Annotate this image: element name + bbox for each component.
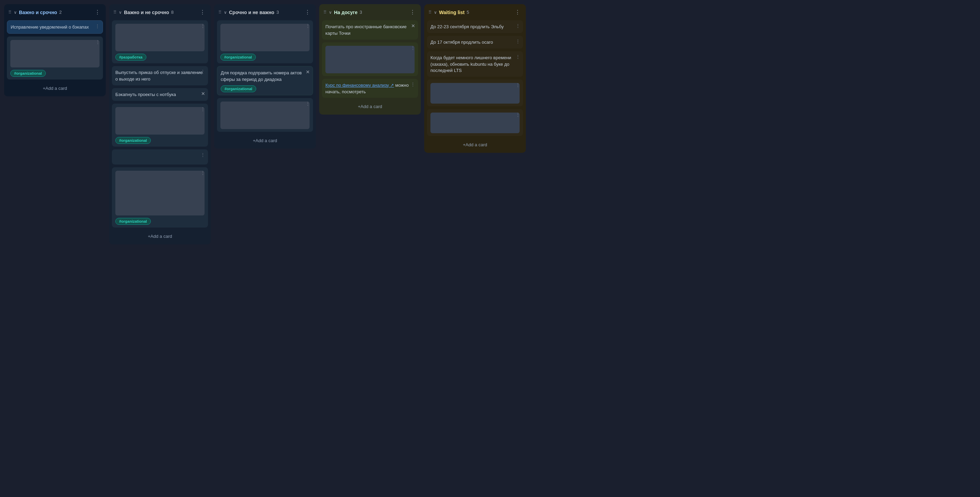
tag-org-1-5: #organizational: [115, 218, 151, 225]
tag-org-1-3: #organizational: [115, 137, 151, 144]
column-header-1: ⠿ ∨ Важно и не срочно 8 ⋮: [112, 8, 208, 17]
board: ⠿ ∨ Важно и срочно 2 ⋮ ⋮ Исправление уве…: [0, 0, 980, 497]
card-1-1[interactable]: ⋮ Выпустить приказ об отпуске и заявлени…: [112, 66, 208, 85]
column-title-4: Waiting list: [439, 10, 465, 15]
card-more-1-1[interactable]: ⋮: [200, 69, 205, 75]
card-link-3-2[interactable]: Курс по финансовому анализу ↗: [325, 83, 394, 88]
card-more-0-1[interactable]: ⋮: [95, 39, 100, 45]
column-count-1: 8: [171, 10, 173, 15]
card-3-1[interactable]: ⋮: [322, 42, 418, 76]
card-image-3-1: [325, 46, 415, 73]
card-text-1-1: Выпустить приказ об отпуске и заявление …: [115, 70, 205, 83]
card-4-1[interactable]: ⋮ До 17 октября продлить осаго: [427, 36, 523, 49]
card-image-2-0: [220, 24, 310, 51]
card-3-2[interactable]: ⋮ Курс по финансовому анализу ↗ можно на…: [322, 79, 418, 98]
tag-org-2-0: #organizational: [220, 54, 256, 60]
tag-dev-1-0: #разработка: [115, 54, 146, 60]
column-3: ⠿ ∨ На досуге 3 ⋮ ✕ Почитать про иностра…: [319, 4, 421, 114]
add-card-btn-3[interactable]: +Add a card: [322, 101, 418, 112]
column-title-2: Срочно и не важно: [229, 10, 274, 15]
drag-handle-3[interactable]: ⠿: [323, 10, 327, 15]
card-3-0[interactable]: ✕ Почитать про иностранные банковские ка…: [322, 20, 418, 40]
card-1-5[interactable]: ⋮ #organizational: [112, 167, 208, 227]
column-2: ⠿ ∨ Срочно и не важно 3 ⋮ ⋮ #organizatio…: [214, 4, 316, 149]
card-text-4-0: До 22-23 сентября продлить Эльбу: [430, 24, 520, 30]
card-image-1-0: [115, 24, 205, 51]
card-more-1-0[interactable]: ⋮: [200, 23, 205, 29]
card-0-1[interactable]: ⋮ #organizational: [7, 37, 103, 79]
card-1-3[interactable]: ⋮ #organizational: [112, 103, 208, 147]
card-more-4-1[interactable]: ⋮: [515, 38, 520, 44]
card-more-2-0[interactable]: ⋮: [305, 23, 310, 29]
column-menu-4[interactable]: ⋮: [514, 8, 522, 16]
column-count-0: 2: [59, 10, 62, 15]
chevron-4[interactable]: ∨: [434, 10, 437, 15]
column-0: ⠿ ∨ Важно и срочно 2 ⋮ ⋮ Исправление уве…: [4, 4, 106, 96]
card-text-0-0: Исправление уведомлений о бэкапах: [11, 24, 99, 31]
column-title-1: Важно и не срочно: [124, 10, 169, 15]
drag-handle-2[interactable]: ⠿: [218, 10, 222, 15]
card-more-4-3[interactable]: ⋮: [515, 82, 520, 88]
column-header-left-1: ⠿ ∨ Важно и не срочно 8: [113, 10, 173, 15]
card-more-1-3[interactable]: ⋮: [200, 106, 205, 112]
card-4-2[interactable]: ⋮ Когда будет немного лишнего времени (х…: [427, 51, 523, 77]
chevron-2[interactable]: ∨: [224, 10, 227, 15]
add-card-btn-1[interactable]: +Add a card: [112, 231, 208, 241]
column-header-3: ⠿ ∨ На досуге 3 ⋮: [322, 8, 418, 17]
card-text-4-2: Когда будет немного лишнего времени (хах…: [430, 55, 520, 75]
add-card-btn-4[interactable]: +Add a card: [427, 140, 523, 150]
column-header-0: ⠿ ∨ Важно и срочно 2 ⋮: [7, 8, 103, 17]
card-image-4-3: [430, 83, 520, 103]
card-image-2-2: [220, 102, 310, 129]
card-0-0[interactable]: ⋮ Исправление уведомлений о бэкапах: [7, 20, 103, 34]
card-1-2[interactable]: ✕ Бэкапнуть проекты с нотбука: [112, 88, 208, 101]
card-more-3-1[interactable]: ⋮: [410, 45, 415, 51]
column-menu-0[interactable]: ⋮: [93, 8, 102, 16]
card-image-0-1: [10, 40, 100, 67]
chevron-3[interactable]: ∨: [329, 10, 332, 15]
card-more-4-2[interactable]: ⋮: [515, 54, 520, 60]
card-more-0-0[interactable]: ⋮: [95, 24, 100, 29]
drag-handle-4[interactable]: ⠿: [428, 10, 432, 15]
card-more-3-2[interactable]: ⋮: [410, 82, 415, 87]
card-more-1-5[interactable]: ⋮: [200, 170, 205, 176]
column-4: ⠿ ∨ Waiting list 5 ⋮ ⋮ До 22-23 сентября…: [424, 4, 526, 153]
drag-handle-0[interactable]: ⠿: [8, 10, 12, 15]
card-more-4-4[interactable]: ⋮: [515, 112, 520, 118]
card-1-4[interactable]: ⋮: [112, 149, 208, 165]
column-header-left-2: ⠿ ∨ Срочно и не важно 3: [218, 10, 279, 15]
card-more-1-4[interactable]: ⋮: [200, 152, 205, 158]
column-count-2: 3: [277, 10, 279, 15]
add-card-btn-2[interactable]: +Add a card: [217, 135, 313, 146]
drag-handle-1[interactable]: ⠿: [113, 10, 117, 15]
column-header-4: ⠿ ∨ Waiting list 5 ⋮: [427, 8, 523, 17]
tag-org-2-1: #organizational: [221, 85, 256, 92]
card-text-4-1: До 17 октября продлить осаго: [430, 39, 520, 46]
card-text-2-1: Для порядка подправить номера актов сфер…: [221, 70, 309, 83]
card-more-2-2[interactable]: ⋮: [305, 101, 310, 106]
add-card-btn-0[interactable]: +Add a card: [7, 83, 103, 94]
column-count-3: 3: [360, 10, 362, 15]
column-header-left-3: ⠿ ∨ На досуге 3: [323, 10, 362, 15]
column-header-2: ⠿ ∨ Срочно и не важно 3 ⋮: [217, 8, 313, 17]
card-close-3-0[interactable]: ✕: [411, 23, 415, 29]
card-close-2-1[interactable]: ✕: [306, 69, 310, 75]
chevron-1[interactable]: ∨: [119, 10, 122, 15]
column-menu-3[interactable]: ⋮: [408, 8, 417, 16]
card-4-0[interactable]: ⋮ До 22-23 сентября продлить Эльбу: [427, 20, 523, 33]
card-4-4[interactable]: ⋮: [427, 109, 523, 136]
card-2-1[interactable]: ✕ Для порядка подправить номера актов сф…: [217, 66, 313, 95]
tag-0-1: #organizational: [10, 70, 46, 77]
card-text-3-2: Курс по финансовому анализу ↗ можно нача…: [325, 82, 415, 95]
card-2-2[interactable]: ⋮: [217, 98, 313, 132]
card-more-4-0[interactable]: ⋮: [515, 23, 520, 29]
card-close-1-2[interactable]: ✕: [201, 91, 205, 96]
chevron-0[interactable]: ∨: [14, 10, 17, 15]
column-header-left-0: ⠿ ∨ Важно и срочно 2: [8, 10, 62, 15]
column-title-3: На досуге: [334, 10, 358, 15]
column-menu-2[interactable]: ⋮: [303, 8, 312, 16]
card-4-3[interactable]: ⋮: [427, 79, 523, 106]
card-2-0[interactable]: ⋮ #organizational: [217, 20, 313, 64]
column-menu-1[interactable]: ⋮: [198, 8, 207, 16]
card-1-0[interactable]: ⋮ #разработка: [112, 20, 208, 64]
